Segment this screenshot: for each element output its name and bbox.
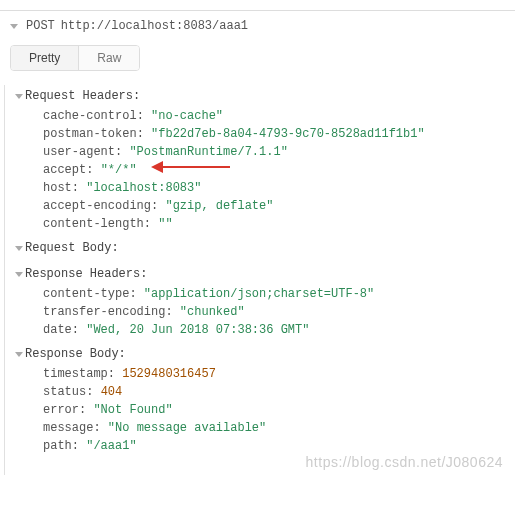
request-method: POST	[26, 19, 55, 33]
kv-value: "chunked"	[180, 305, 245, 319]
kv-key: path	[43, 439, 72, 453]
response-body-toggle[interactable]: Response Body:	[15, 343, 515, 365]
kv-key: cache-control	[43, 109, 137, 123]
kv-row: content-type: "application/json;charset=…	[43, 285, 515, 303]
kv-key: transfer-encoding	[43, 305, 165, 319]
kv-key: message	[43, 421, 93, 435]
kv-key: user-agent	[43, 145, 115, 159]
kv-key: accept-encoding	[43, 199, 151, 213]
kv-value: 404	[101, 385, 123, 399]
section-title: Response Headers:	[25, 267, 147, 281]
kv-key: timestamp	[43, 367, 108, 381]
chevron-down-icon	[15, 272, 23, 277]
kv-value: ""	[158, 217, 172, 231]
kv-value: "no-cache"	[151, 109, 223, 123]
response-headers-section: Response Headers: content-type: "applica…	[11, 263, 515, 339]
request-url: http://localhost:8083/aaa1	[61, 19, 248, 33]
chevron-down-icon	[15, 352, 23, 357]
kv-key: content-type	[43, 287, 129, 301]
section-title: Request Headers:	[25, 89, 140, 103]
raw-button[interactable]: Raw	[79, 46, 139, 70]
view-toggle: Pretty Raw	[10, 45, 140, 71]
request-headers-list: cache-control: "no-cache"postman-token: …	[15, 107, 515, 233]
kv-row: status: 404	[43, 383, 515, 401]
kv-value: "PostmanRuntime/7.1.1"	[129, 145, 287, 159]
kv-value: "Wed, 20 Jun 2018 07:38:36 GMT"	[86, 323, 309, 337]
kv-value: "fb22d7eb-8a04-4793-9c70-8528ad11f1b1"	[151, 127, 425, 141]
kv-row: host: "localhost:8083"	[43, 179, 515, 197]
kv-key: accept	[43, 163, 86, 177]
section-title: Request Body:	[25, 241, 119, 255]
kv-row: timestamp: 1529480316457	[43, 365, 515, 383]
kv-row: accept-encoding: "gzip, deflate"	[43, 197, 515, 215]
kv-row: accept: "*/*"	[43, 161, 515, 179]
kv-row: date: "Wed, 20 Jun 2018 07:38:36 GMT"	[43, 321, 515, 339]
kv-key: date	[43, 323, 72, 337]
request-headers-section: Request Headers: cache-control: "no-cach…	[11, 85, 515, 233]
kv-key: content-length	[43, 217, 144, 231]
kv-row: content-length: ""	[43, 215, 515, 233]
kv-key: postman-token	[43, 127, 137, 141]
response-body-section: Response Body: timestamp: 1529480316457s…	[11, 343, 515, 455]
request-body-toggle[interactable]: Request Body:	[15, 237, 515, 259]
response-headers-list: content-type: "application/json;charset=…	[15, 285, 515, 339]
response-body-list: timestamp: 1529480316457status: 404error…	[15, 365, 515, 455]
request-body-section: Request Body:	[11, 237, 515, 259]
kv-row: postman-token: "fb22d7eb-8a04-4793-9c70-…	[43, 125, 515, 143]
request-row[interactable]: POST http://localhost:8083/aaa1	[0, 10, 515, 33]
chevron-down-icon	[10, 24, 18, 29]
console-content: Request Headers: cache-control: "no-cach…	[4, 85, 515, 475]
chevron-down-icon	[15, 94, 23, 99]
watermark: https://blog.csdn.net/J080624	[306, 454, 503, 470]
section-title: Response Body:	[25, 347, 126, 361]
kv-row: path: "/aaa1"	[43, 437, 515, 455]
kv-row: user-agent: "PostmanRuntime/7.1.1"	[43, 143, 515, 161]
request-headers-toggle[interactable]: Request Headers:	[15, 85, 515, 107]
kv-row: cache-control: "no-cache"	[43, 107, 515, 125]
kv-value: "*/*"	[101, 163, 137, 177]
chevron-down-icon	[15, 246, 23, 251]
kv-value: "No message available"	[108, 421, 266, 435]
kv-value: "/aaa1"	[86, 439, 136, 453]
kv-key: error	[43, 403, 79, 417]
kv-key: host	[43, 181, 72, 195]
kv-value: "application/json;charset=UTF-8"	[144, 287, 374, 301]
kv-value: 1529480316457	[122, 367, 216, 381]
kv-value: "localhost:8083"	[86, 181, 201, 195]
kv-row: message: "No message available"	[43, 419, 515, 437]
kv-row: transfer-encoding: "chunked"	[43, 303, 515, 321]
kv-value: "gzip, deflate"	[165, 199, 273, 213]
kv-value: "Not Found"	[93, 403, 172, 417]
kv-key: status	[43, 385, 86, 399]
response-headers-toggle[interactable]: Response Headers:	[15, 263, 515, 285]
pretty-button[interactable]: Pretty	[11, 46, 79, 70]
kv-row: error: "Not Found"	[43, 401, 515, 419]
